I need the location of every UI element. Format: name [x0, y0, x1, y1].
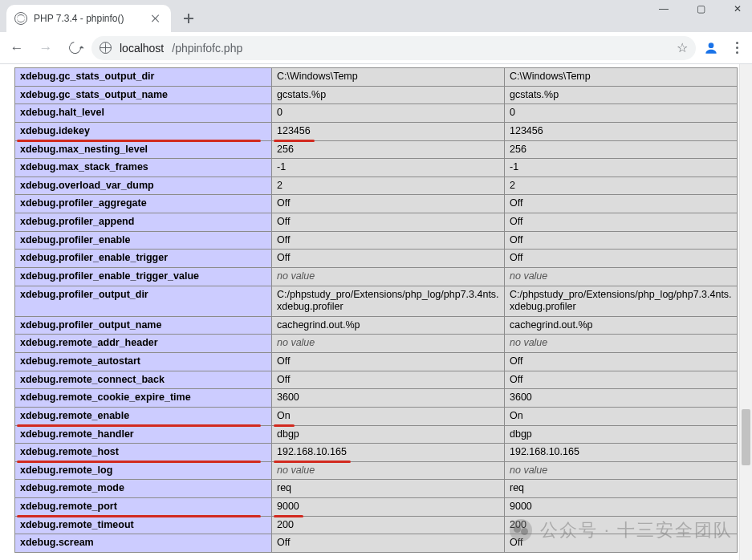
directive-value: req: [272, 480, 505, 498]
table-row: xdebug.remote_timeout200200: [15, 516, 738, 534]
directive-value: 3600: [505, 389, 738, 408]
directive-value: On: [272, 407, 505, 425]
maximize-button[interactable]: ▢: [691, 3, 710, 14]
directive-value: 9000: [505, 498, 738, 517]
table-row: xdebug.profiler_aggregateOffOff: [15, 195, 738, 213]
directive-name: xdebug.halt_level: [15, 104, 272, 123]
directive-name: xdebug.overload_var_dump: [15, 177, 272, 195]
directive-value: no value: [272, 461, 505, 480]
directive-value: Off: [505, 231, 738, 250]
directive-name: xdebug.profiler_enable: [15, 231, 272, 250]
address-bar[interactable]: localhost/phpinfofc.php ☆: [91, 36, 696, 60]
directive-value: dbgp: [272, 425, 505, 444]
directive-value: no value: [505, 461, 738, 480]
directive-value: Off: [505, 371, 738, 389]
table-row: xdebug.remote_modereqreq: [15, 480, 738, 498]
directive-value: cachegrind.out.%p: [505, 316, 738, 335]
directive-value: gcstats.%p: [272, 86, 505, 104]
directive-value: Off: [272, 371, 505, 389]
directive-value: no value: [505, 267, 738, 286]
directive-value: Off: [272, 213, 505, 232]
directive-name: xdebug.gc_stats_output_name: [15, 86, 272, 104]
window-controls: — ▢ ✕: [654, 3, 747, 14]
close-icon[interactable]: [150, 13, 161, 24]
phpinfo-page: xdebug.gc_stats_output_dirC:\Windows\Tem…: [0, 64, 739, 560]
directive-value: no value: [505, 335, 738, 353]
directive-value: no value: [272, 335, 505, 353]
directive-name: xdebug.profiler_output_name: [15, 316, 272, 335]
table-row: xdebug.remote_host192.168.10.165192.168.…: [15, 444, 738, 462]
directive-value: 3600: [272, 389, 505, 408]
directive-name: xdebug.remote_mode: [15, 480, 272, 498]
directive-value: no value: [272, 267, 505, 286]
directive-name: xdebug.scream: [15, 534, 272, 553]
directive-value: 256: [505, 140, 738, 159]
table-row: xdebug.remote_handlerdbgpdbgp: [15, 425, 738, 444]
table-row: xdebug.remote_cookie_expire_time36003600: [15, 389, 738, 408]
directive-name: xdebug.max_stack_frames: [15, 159, 272, 177]
site-info-icon[interactable]: [100, 42, 112, 54]
table-row: xdebug.remote_port90009000: [15, 498, 738, 517]
table-row: xdebug.profiler_appendOffOff: [15, 213, 738, 232]
directive-value: C:\Windows\Temp: [272, 68, 505, 87]
table-row: xdebug.gc_stats_output_namegcstats.%pgcs…: [15, 86, 738, 104]
directive-value: 256: [272, 140, 505, 159]
directive-value: 192.168.10.165: [505, 444, 738, 462]
table-row: xdebug.remote_autostartOffOff: [15, 353, 738, 371]
directive-value: 2: [272, 177, 505, 195]
directive-name: xdebug.profiler_enable_trigger_value: [15, 267, 272, 286]
scrollbar[interactable]: [739, 64, 752, 560]
directive-value: C:/phpstudy_pro/Extensions/php_log/php7.…: [272, 286, 505, 316]
table-row: xdebug.profiler_enableOffOff: [15, 231, 738, 250]
directive-value: dbgp: [505, 425, 738, 444]
bookmark-icon[interactable]: ☆: [677, 40, 688, 55]
directive-value: C:/phpstudy_pro/Extensions/php_log/php7.…: [505, 286, 738, 316]
table-row: xdebug.screamOffOff: [15, 534, 738, 553]
browser-tabstrip: PHP 7.3.4 - phpinfo() — ▢ ✕: [0, 0, 752, 32]
table-row: xdebug.profiler_enable_trigger_valueno v…: [15, 267, 738, 286]
table-row: xdebug.gc_stats_output_dirC:\Windows\Tem…: [15, 68, 738, 87]
directive-value: Off: [505, 195, 738, 213]
directive-name: xdebug.max_nesting_level: [15, 140, 272, 159]
directive-value: -1: [505, 159, 738, 177]
minimize-button[interactable]: —: [654, 3, 673, 14]
profile-button[interactable]: [701, 38, 722, 59]
browser-tab[interactable]: PHP 7.3.4 - phpinfo(): [6, 5, 171, 32]
menu-button[interactable]: [726, 42, 747, 54]
table-row: xdebug.profiler_enable_triggerOffOff: [15, 250, 738, 268]
back-button[interactable]: ←: [5, 36, 29, 60]
directive-name: xdebug.gc_stats_output_dir: [15, 68, 272, 87]
new-tab-button[interactable]: [177, 7, 200, 30]
reload-button[interactable]: [63, 36, 87, 60]
directive-value: Off: [505, 534, 738, 553]
directive-value: gcstats.%p: [505, 86, 738, 104]
directive-name: xdebug.idekey: [15, 122, 272, 140]
directive-value: Off: [272, 353, 505, 371]
table-row: xdebug.idekey123456123456: [15, 122, 738, 140]
url-path: /phpinfofc.php: [172, 42, 242, 55]
directive-name: xdebug.profiler_append: [15, 213, 272, 232]
scrollbar-thumb[interactable]: [742, 409, 750, 465]
url-host: localhost: [120, 42, 164, 55]
directive-value: Off: [272, 195, 505, 213]
directive-value: C:\Windows\Temp: [505, 68, 738, 87]
table-row: xdebug.halt_level00: [15, 104, 738, 123]
forward-button[interactable]: →: [34, 36, 58, 60]
table-row: xdebug.overload_var_dump22: [15, 177, 738, 195]
directive-name: xdebug.remote_timeout: [15, 516, 272, 534]
directive-name: xdebug.profiler_aggregate: [15, 195, 272, 213]
directive-name: xdebug.remote_addr_header: [15, 335, 272, 353]
browser-toolbar: ← → localhost/phpinfofc.php ☆: [0, 32, 752, 64]
directive-value: 123456: [505, 122, 738, 140]
table-row: xdebug.max_nesting_level256256: [15, 140, 738, 159]
directive-name: xdebug.remote_handler: [15, 425, 272, 444]
globe-icon: [14, 12, 27, 25]
directive-value: 0: [272, 104, 505, 123]
close-window-button[interactable]: ✕: [728, 3, 747, 14]
directive-name: xdebug.remote_enable: [15, 407, 272, 425]
directive-value: 200: [272, 516, 505, 534]
table-row: xdebug.profiler_output_dirC:/phpstudy_pr…: [15, 286, 738, 316]
directive-name: xdebug.remote_autostart: [15, 353, 272, 371]
directive-value: 123456: [272, 122, 505, 140]
table-row: xdebug.remote_addr_headerno valueno valu…: [15, 335, 738, 353]
